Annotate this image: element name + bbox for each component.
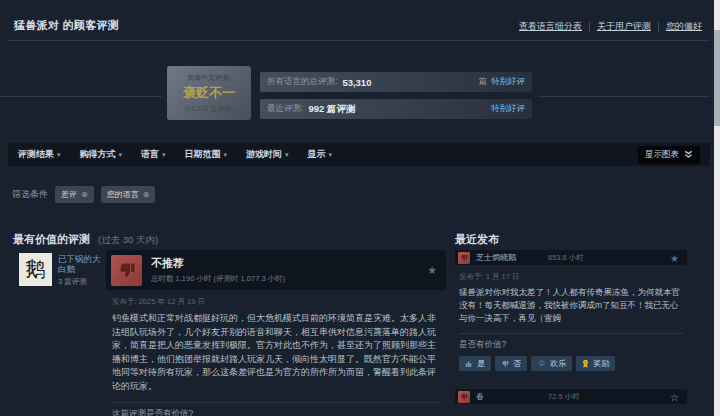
all-reviews-summary-row: 所有语言的总评测: 53,310 篇 特别好评 [260, 72, 532, 92]
all-reviews-count: 53,310 [342, 77, 371, 88]
author-review-count: 3 篇评测 [58, 277, 105, 287]
section-title-text: 最有价值的评测 [13, 233, 90, 245]
filter-menu-label: 日期范围 [185, 148, 221, 161]
language-card-label: 简体中文评测: [167, 73, 251, 83]
filter-menu-label: 购得方式 [80, 148, 116, 161]
author-name-link[interactable]: 春 [476, 391, 484, 402]
not-recommended-icon [458, 252, 470, 264]
close-icon[interactable]: ⊗ [81, 190, 88, 199]
thumbs-up-icon [465, 360, 473, 368]
review-card-most-helpful: 不推荐 总时数 1,190 小时 (评测时 1,077.3 小时) ★ 发布于:… [106, 250, 446, 416]
vote-funny-button[interactable]: ☺ 欢乐 [531, 356, 572, 371]
review-divider [459, 333, 683, 334]
page-header: 猛兽派对 的顾客评测 查看语言细分表 关于用户评测 您的偏好 [14, 18, 702, 33]
section-title-text: 最近发布 [455, 233, 499, 245]
filter-tag-label: 差评 [61, 189, 77, 200]
caret-down-icon: ▾ [57, 151, 61, 159]
star-outline-icon[interactable]: ☆ [670, 391, 679, 402]
all-reviews-rating-link[interactable]: 特别好评 [491, 76, 525, 88]
star-icon[interactable]: ★ [670, 252, 679, 263]
filter-menu-label: 显示 [308, 148, 326, 161]
filter-menu-label: 游戏时间 [246, 148, 282, 161]
review-posted-date: 发布于: 1 月 17 日 [459, 272, 687, 282]
review-body: 钓鱼模式和正常对战都挺好玩的，但大危机模式目前的环境简直是灾难。太多人非法组队玩… [112, 312, 440, 393]
smiley-icon: ☺ [537, 359, 546, 368]
review-header: 不推荐 总时数 1,190 小时 (评测时 1,077.3 小时) ★ [106, 250, 446, 290]
review-posted-date: 发布于: 2025 年 12 月 19 日 [112, 297, 446, 307]
review-divider [112, 402, 440, 403]
link-language-breakdown[interactable]: 查看语言细分表 [519, 20, 582, 33]
header-divider [8, 40, 710, 41]
link-separator [589, 22, 590, 32]
review-author-block: 鹅 已下锅的大白鹅 3 篇评测 [19, 253, 105, 287]
review-verdict: 不推荐 [151, 256, 285, 271]
link-your-preferences[interactable]: 您的偏好 [666, 20, 702, 33]
author-name-link[interactable]: 已下锅的大白鹅 [58, 254, 105, 274]
filter-menu-date-range[interactable]: 日期范围 ▾ [185, 148, 228, 161]
not-recommended-icon [458, 391, 470, 403]
active-filters-row: 筛选条件 差评 ⊗ 您的语言 ⊗ [12, 186, 155, 203]
recently-posted-section-title: 最近发布 [455, 232, 499, 247]
steam-reviews-page: 猛兽派对 的顾客评测 查看语言细分表 关于用户评测 您的偏好 简体中文评测: 褒… [0, 0, 720, 416]
language-card-verdict: 褒贬不一 [167, 84, 251, 102]
recent-reviews-count: 992 篇评测 [308, 103, 355, 116]
award-icon [582, 359, 589, 369]
section-divider-right [538, 96, 710, 97]
header-links: 查看语言细分表 关于用户评测 您的偏好 [519, 20, 702, 33]
language-review-summary-card: 简体中文评测: 褒贬不一 (21,072 篇评测) [167, 66, 251, 120]
review-header: 芝士焗晓鹅 653.6 小时 ★ [455, 250, 687, 265]
double-chevron-down-icon [684, 150, 693, 159]
filter-tag-negative[interactable]: 差评 ⊗ [55, 186, 94, 203]
filter-tag-label: 您的语言 [107, 189, 139, 200]
vote-award-label: 奖励 [593, 358, 609, 369]
review-card-recent-1: 芝士焗晓鹅 653.6 小时 ★ 发布于: 1 月 17 日 猛兽派对你对我太差… [455, 250, 687, 371]
filter-tag-your-language[interactable]: 您的语言 ⊗ [101, 186, 156, 203]
all-reviews-label: 所有语言的总评测: [267, 76, 337, 88]
filter-menu-label: 语言 [141, 148, 159, 161]
review-header: 春 72.5 小时 ☆ [455, 389, 687, 404]
caret-down-icon: ▾ [224, 151, 228, 159]
link-separator [658, 22, 659, 32]
review-hours: 72.5 小时 [548, 392, 580, 402]
filters-label: 筛选条件 [12, 188, 48, 201]
filter-menu-playtime[interactable]: 游戏时间 ▾ [246, 148, 289, 161]
vote-yes-button[interactable]: 是 [459, 356, 491, 371]
caret-down-icon: ▾ [285, 151, 289, 159]
close-icon[interactable]: ⊗ [143, 190, 150, 199]
author-name-link[interactable]: 芝士焗晓鹅 [476, 252, 516, 263]
review-card-recent-2: 春 72.5 小时 ☆ [455, 389, 687, 404]
recent-reviews-rating-link[interactable]: 特别好评 [491, 103, 525, 115]
scrollbar-track[interactable] [714, 0, 720, 416]
filter-menu-display[interactable]: 显示 ▾ [308, 148, 333, 161]
filter-menu-purchase-type[interactable]: 购得方式 ▾ [80, 148, 123, 161]
filter-menu-label: 评测结果 [18, 148, 54, 161]
most-helpful-section-title: 最有价值的评测(过去 30 天内) [13, 232, 158, 247]
all-reviews-unit: 篇 [479, 76, 488, 88]
caret-down-icon: ▾ [329, 151, 333, 159]
vote-funny-label: 欢乐 [550, 358, 566, 369]
vote-no-button[interactable]: 否 [495, 356, 527, 371]
vote-award-button[interactable]: 奖励 [576, 356, 615, 371]
recent-reviews-label: 最近评测: [267, 103, 303, 115]
vote-no-label: 否 [513, 358, 521, 369]
section-subtitle: (过去 30 天内) [98, 234, 158, 245]
link-about-reviews[interactable]: 关于用户评测 [597, 20, 651, 33]
helpful-prompt: 这篇评测是否有价值? [112, 408, 446, 416]
star-icon[interactable]: ★ [427, 264, 437, 277]
helpful-prompt: 是否有价值? [459, 339, 687, 351]
not-recommended-icon [111, 255, 142, 286]
review-body: 猛兽派对你对我太差了！人人都有传奇果冻鱼，为何就本官没有！每天都喊退游，我快被你… [459, 286, 683, 325]
filter-menu-bar: 评测结果 ▾ 购得方式 ▾ 语言 ▾ 日期范围 ▾ 游戏时间 ▾ 显示 ▾ 显示… [8, 143, 710, 166]
filter-menu-review-type[interactable]: 评测结果 ▾ [18, 148, 61, 161]
section-divider-left [0, 96, 162, 97]
review-hours: 653.6 小时 [548, 253, 584, 263]
show-graph-label: 显示图表 [645, 149, 679, 161]
scrollbar-thumb[interactable] [714, 30, 720, 126]
caret-down-icon: ▾ [162, 151, 166, 159]
filter-menu-language[interactable]: 语言 ▾ [141, 148, 166, 161]
avatar[interactable]: 鹅 [19, 253, 52, 286]
show-graph-button[interactable]: 显示图表 [638, 146, 700, 164]
vote-yes-label: 是 [477, 358, 485, 369]
vote-buttons: 是 否 ☺ 欢乐 奖励 [459, 356, 687, 371]
language-card-count: (21,072 篇评测) [167, 104, 251, 114]
